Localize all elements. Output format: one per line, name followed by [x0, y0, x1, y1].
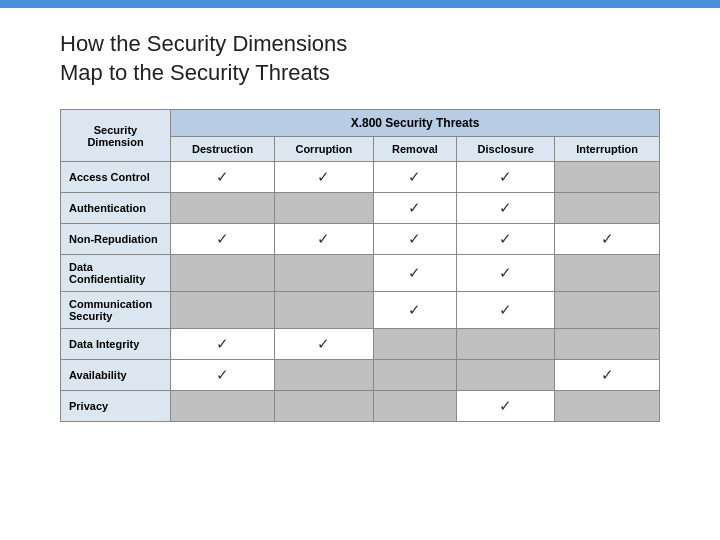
- check-mark: ✓: [499, 199, 512, 216]
- check-mark: ✓: [408, 301, 421, 318]
- data-cell: ✓: [373, 255, 457, 292]
- data-cell: [555, 193, 660, 224]
- check-mark: ✓: [317, 230, 330, 247]
- row-label: Data Confidentiality: [61, 255, 171, 292]
- data-cell: [275, 292, 373, 329]
- check-mark: ✓: [499, 397, 512, 414]
- data-cell: ✓: [171, 360, 275, 391]
- data-cell: ✓: [457, 162, 555, 193]
- row-label: Availability: [61, 360, 171, 391]
- data-cell: [171, 292, 275, 329]
- data-cell: ✓: [457, 391, 555, 422]
- data-cell: [555, 391, 660, 422]
- check-mark: ✓: [601, 366, 614, 383]
- check-mark: ✓: [601, 230, 614, 247]
- data-cell: [555, 329, 660, 360]
- table-row: CommunicationSecurity✓✓: [61, 292, 660, 329]
- check-mark: ✓: [216, 168, 229, 185]
- page-title: How the Security DimensionsMap to the Se…: [60, 30, 660, 87]
- data-cell: ✓: [555, 360, 660, 391]
- data-cell: [457, 360, 555, 391]
- data-cell: [275, 255, 373, 292]
- data-cell: [555, 292, 660, 329]
- data-cell: ✓: [275, 162, 373, 193]
- data-cell: [275, 391, 373, 422]
- data-cell: [275, 360, 373, 391]
- col-header-destruction: Destruction: [171, 137, 275, 162]
- data-cell: ✓: [373, 193, 457, 224]
- data-cell: ✓: [457, 193, 555, 224]
- row-label: Privacy: [61, 391, 171, 422]
- row-label: Non-Repudiation: [61, 224, 171, 255]
- data-cell: ✓: [171, 329, 275, 360]
- table-row: Availability✓✓: [61, 360, 660, 391]
- check-mark: ✓: [317, 335, 330, 352]
- data-cell: ✓: [457, 292, 555, 329]
- data-cell: ✓: [171, 224, 275, 255]
- table-row: Data Integrity✓✓: [61, 329, 660, 360]
- data-cell: ✓: [457, 224, 555, 255]
- data-cell: [171, 391, 275, 422]
- data-cell: ✓: [275, 329, 373, 360]
- col-header-removal: Removal: [373, 137, 457, 162]
- table-row: Authentication✓✓: [61, 193, 660, 224]
- check-mark: ✓: [216, 230, 229, 247]
- table-row: Privacy✓: [61, 391, 660, 422]
- table-row: Data Confidentiality✓✓: [61, 255, 660, 292]
- threats-header: X.800 Security Threats: [171, 110, 660, 137]
- check-mark: ✓: [499, 168, 512, 185]
- check-mark: ✓: [408, 199, 421, 216]
- check-mark: ✓: [317, 168, 330, 185]
- data-cell: [171, 255, 275, 292]
- col-header-corruption: Corruption: [275, 137, 373, 162]
- data-cell: [457, 329, 555, 360]
- data-cell: [373, 360, 457, 391]
- top-bar: [0, 0, 720, 8]
- row-label: Access Control: [61, 162, 171, 193]
- data-cell: [555, 162, 660, 193]
- data-cell: ✓: [373, 162, 457, 193]
- row-label: Data Integrity: [61, 329, 171, 360]
- data-cell: [275, 193, 373, 224]
- security-table: SecurityDimension X.800 Security Threats…: [60, 109, 660, 422]
- data-cell: [373, 391, 457, 422]
- data-cell: ✓: [275, 224, 373, 255]
- check-mark: ✓: [499, 264, 512, 281]
- row-label: Authentication: [61, 193, 171, 224]
- check-mark: ✓: [499, 301, 512, 318]
- data-cell: ✓: [373, 224, 457, 255]
- table-row: Non-Repudiation✓✓✓✓✓: [61, 224, 660, 255]
- data-cell: [171, 193, 275, 224]
- data-cell: ✓: [457, 255, 555, 292]
- data-cell: [373, 329, 457, 360]
- data-cell: ✓: [373, 292, 457, 329]
- row-label: CommunicationSecurity: [61, 292, 171, 329]
- check-mark: ✓: [216, 335, 229, 352]
- check-mark: ✓: [408, 264, 421, 281]
- col-header-disclosure: Disclosure: [457, 137, 555, 162]
- check-mark: ✓: [216, 366, 229, 383]
- check-mark: ✓: [408, 168, 421, 185]
- dim-header: SecurityDimension: [61, 110, 171, 162]
- data-cell: ✓: [171, 162, 275, 193]
- check-mark: ✓: [408, 230, 421, 247]
- main-content: How the Security DimensionsMap to the Se…: [0, 0, 720, 442]
- data-cell: ✓: [555, 224, 660, 255]
- data-cell: [555, 255, 660, 292]
- table-row: Access Control✓✓✓✓: [61, 162, 660, 193]
- col-header-interruption: Interruption: [555, 137, 660, 162]
- check-mark: ✓: [499, 230, 512, 247]
